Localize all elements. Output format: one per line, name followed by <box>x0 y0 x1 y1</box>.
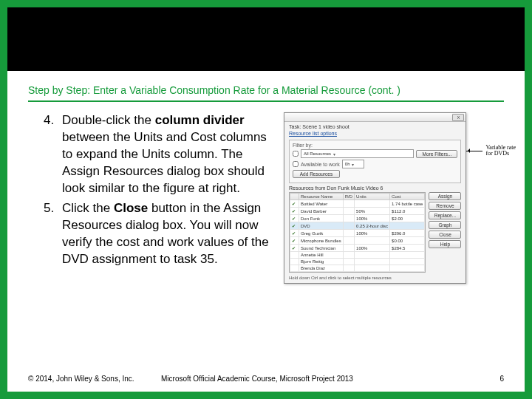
more-filters-button[interactable]: More Filters... <box>416 150 457 158</box>
replace-button[interactable]: Replace... <box>429 211 461 219</box>
title-rule <box>28 100 504 102</box>
dialog-titlebar: x <box>284 113 466 122</box>
col-cost: Cost <box>390 194 425 200</box>
footer-course: Microsoft Official Academic Course, Micr… <box>161 375 489 383</box>
slide-title: Step by Step: Enter a Variable Consumpti… <box>28 84 504 96</box>
close-icon[interactable]: x <box>452 114 464 121</box>
assign-resources-dialog: x Task: Scene 1 video shoot Resource lis… <box>284 112 466 284</box>
close-button[interactable]: Close <box>429 231 461 239</box>
filter-group: Filter by: All Resources More Filters...… <box>289 140 461 183</box>
arrow-icon <box>466 151 482 151</box>
table-row[interactable]: Greg Guzik100%$296.0 <box>290 230 425 237</box>
remove-button[interactable]: Remove <box>429 202 461 210</box>
footer-copyright: © 2014, John Wiley & Sons, Inc. <box>28 375 161 383</box>
content-area: Step by Step: Enter a Variable Consumpti… <box>28 78 504 371</box>
add-resources-button[interactable]: Add Resources <box>293 170 340 178</box>
filter-by-checkbox[interactable] <box>293 151 299 157</box>
top-black-band <box>7 7 525 71</box>
col-rd: R/D <box>343 194 354 200</box>
col-resource-name: Resource Name <box>299 194 344 200</box>
filter-heading: Filter by: <box>293 143 457 148</box>
table-row[interactable]: Don Funk100%$2.00 <box>290 215 425 222</box>
graph-button[interactable]: Graph <box>429 221 461 229</box>
col-units: Units <box>355 194 390 200</box>
resources-from-label: Resources from Don Funk Music Video 6 <box>284 185 466 192</box>
available-hours-spinner[interactable]: 0h <box>342 160 364 168</box>
dialog-button-column: Assign Remove Replace... Graph Close Hel… <box>429 192 461 273</box>
footer: © 2014, John Wiley & Sons, Inc. Microsof… <box>28 375 504 383</box>
available-label: Available to work <box>301 162 340 167</box>
table-row[interactable]: Bjorn Rettig <box>290 259 425 265</box>
resources-table[interactable]: Resource Name R/D Units Cost Bottled Wat… <box>289 192 426 273</box>
footer-page-number: 6 <box>489 375 504 383</box>
assign-button[interactable]: Assign <box>429 192 461 200</box>
dialog-task-label: Task: Scene 1 video shoot <box>284 122 466 131</box>
available-checkbox[interactable] <box>293 161 299 167</box>
table-row[interactable]: Annette Hill <box>290 252 425 259</box>
table-row[interactable]: Microphone Bundles$0.00 <box>290 237 425 245</box>
table-header-row: Resource Name R/D Units Cost <box>290 194 425 200</box>
table-row[interactable]: Brenda Diaz <box>290 265 425 272</box>
table-row[interactable]: Bottled Water1.74 bottle case <box>290 200 425 208</box>
callout-text: Variable rate for DVDs <box>485 145 516 157</box>
help-button[interactable]: Help <box>429 240 461 248</box>
filter-dropdown[interactable]: All Resources <box>301 149 414 158</box>
slide: Step by Step: Enter a Variable Consumpti… <box>0 0 532 399</box>
dialog-hint: Hold down Ctrl and click to select multi… <box>284 274 466 283</box>
table-row-dvd[interactable]: DVD0.25 2-hour disc <box>290 222 425 230</box>
body: x Task: Scene 1 video shoot Resource lis… <box>28 112 504 267</box>
resource-list-options-link[interactable]: Resource list options <box>284 131 466 138</box>
callout: Variable rate for DVDs <box>466 145 516 157</box>
figure-assign-resources: x Task: Scene 1 video shoot Resource lis… <box>284 112 504 284</box>
table-row[interactable]: David Barber50%$112.0 <box>290 208 425 215</box>
table-row[interactable]: Sound Technician100%$284.5 <box>290 245 425 252</box>
